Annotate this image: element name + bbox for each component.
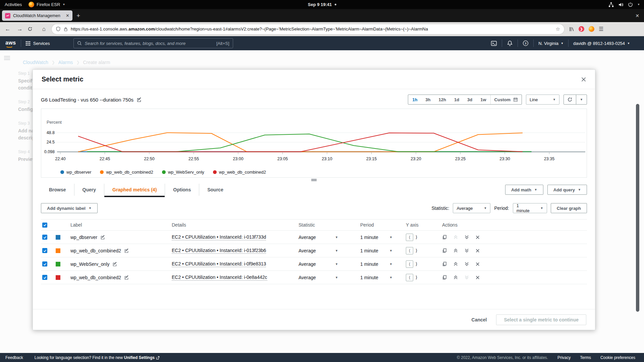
window-close-icon[interactable]: ✕ bbox=[635, 13, 639, 18]
row-period-select[interactable]: 1 minute▼ bbox=[360, 261, 392, 267]
row-checkbox[interactable] bbox=[42, 261, 47, 266]
resize-handle-icon[interactable] bbox=[311, 179, 317, 181]
account-menu[interactable]: davidh @ 8912-1493-0254 ▼ bbox=[573, 41, 630, 46]
range-3h[interactable]: 3h bbox=[421, 97, 434, 102]
home-button[interactable]: ⌂ bbox=[40, 26, 48, 33]
edit-icon[interactable] bbox=[137, 97, 142, 102]
privacy-link[interactable]: Privacy bbox=[557, 355, 571, 360]
row-statistic-select[interactable]: Average▼ bbox=[299, 235, 338, 240]
legend-item[interactable]: wp_web_db_combined2 bbox=[100, 170, 153, 175]
row-period-select[interactable]: 1 minute▼ bbox=[360, 275, 392, 280]
tab-graphed-metrics[interactable]: Graphed metrics (4) bbox=[104, 184, 165, 196]
range-1w[interactable]: 1w bbox=[476, 97, 490, 102]
add-dynamic-label-button[interactable]: Add dynamic label▼ bbox=[41, 203, 98, 213]
add-query-button[interactable]: Add query▼ bbox=[547, 185, 587, 195]
menu-icon[interactable]: ☰ bbox=[599, 26, 603, 32]
row-statistic-select[interactable]: Average▼ bbox=[299, 261, 338, 267]
duplicate-icon[interactable] bbox=[442, 235, 447, 240]
activities-button[interactable]: Activities bbox=[5, 2, 22, 7]
move-up-icon[interactable] bbox=[453, 261, 458, 266]
yaxis-right-button[interactable]: ⟩ bbox=[416, 261, 417, 266]
duplicate-icon[interactable] bbox=[442, 248, 447, 253]
yaxis-left-button[interactable]: ⟨ bbox=[406, 234, 413, 241]
add-math-button[interactable]: Add math▼ bbox=[505, 185, 543, 195]
chart-canvas[interactable]: 48.824.50.098Percent22:4022:4522:5022:55… bbox=[41, 109, 587, 165]
move-down-icon[interactable] bbox=[464, 248, 469, 253]
remove-icon[interactable] bbox=[475, 262, 480, 266]
range-custom[interactable]: Custom bbox=[490, 95, 522, 104]
move-up-icon[interactable] bbox=[453, 275, 458, 280]
remove-icon[interactable] bbox=[475, 275, 480, 280]
remove-icon[interactable] bbox=[475, 235, 480, 240]
tab-source[interactable]: Source bbox=[199, 184, 231, 196]
row-statistic-select[interactable]: Average▼ bbox=[299, 248, 338, 253]
metric-details-link[interactable]: EC2 • CPUUtilization • InstanceId: i-013… bbox=[172, 234, 266, 240]
scrollbar-thumb[interactable] bbox=[636, 104, 639, 312]
aws-logo[interactable]: aws bbox=[5, 40, 16, 47]
system-tray[interactable]: ▼ bbox=[608, 2, 644, 7]
help-icon[interactable]: ? bbox=[523, 40, 529, 46]
back-button[interactable]: ← bbox=[3, 26, 12, 33]
metric-details-link[interactable]: EC2 • CPUUtilization • InstanceId: i-0e8… bbox=[172, 275, 267, 281]
yaxis-right-button[interactable]: ⟩ bbox=[416, 248, 417, 253]
account-icon[interactable] bbox=[589, 26, 594, 32]
new-tab-button[interactable]: + bbox=[76, 12, 80, 19]
bookmark-star-icon[interactable]: ☆ bbox=[556, 26, 560, 32]
forward-button[interactable]: → bbox=[15, 26, 24, 33]
legend-item[interactable]: wp_WebServ_only bbox=[162, 170, 204, 175]
region-selector[interactable]: N. Virginia ▼ bbox=[538, 41, 564, 46]
refresh-options-button[interactable]: ▼ bbox=[576, 95, 587, 104]
aws-search-input[interactable]: Search for services, features, blogs, do… bbox=[73, 38, 233, 48]
url-bar[interactable]: https://us-east-1.console.aws.amazon.com… bbox=[52, 24, 564, 34]
metric-details-link[interactable]: EC2 • CPUUtilization • InstanceId: i-013… bbox=[172, 248, 266, 254]
edit-icon[interactable] bbox=[124, 275, 129, 280]
url-text[interactable]: https://us-east-1.console.aws.amazon.com… bbox=[71, 26, 428, 32]
remove-icon[interactable] bbox=[475, 248, 480, 253]
legend-item[interactable]: wp_dbserver bbox=[60, 170, 91, 175]
services-menu[interactable]: Services bbox=[26, 41, 50, 46]
statistic-select[interactable]: Average▼ bbox=[453, 203, 490, 213]
period-select[interactable]: 1 minute▼ bbox=[513, 203, 547, 213]
terms-link[interactable]: Terms bbox=[580, 355, 591, 360]
refresh-button[interactable] bbox=[564, 95, 576, 104]
browser-tab[interactable]: CloudWatch Managemen ✕ bbox=[2, 10, 72, 21]
row-checkbox[interactable] bbox=[42, 235, 47, 240]
select-all-checkbox[interactable] bbox=[42, 223, 47, 228]
shield-icon[interactable] bbox=[56, 26, 61, 32]
notifications-bell-icon[interactable] bbox=[507, 40, 513, 46]
range-1h[interactable]: 1h bbox=[408, 97, 421, 102]
row-checkbox[interactable] bbox=[42, 275, 47, 280]
yaxis-left-button[interactable]: ⟨ bbox=[406, 274, 413, 281]
reload-button[interactable] bbox=[28, 26, 36, 32]
metric-details-link[interactable]: EC2 • CPUUtilization • InstanceId: i-0f9… bbox=[172, 261, 266, 267]
edit-icon[interactable] bbox=[100, 235, 105, 240]
tab-query[interactable]: Query bbox=[74, 184, 104, 196]
yaxis-left-button[interactable]: ⟨ bbox=[406, 260, 413, 268]
duplicate-icon[interactable] bbox=[442, 275, 447, 280]
tab-browse[interactable]: Browse bbox=[41, 184, 74, 196]
row-checkbox[interactable] bbox=[42, 248, 47, 253]
pocket-icon[interactable]: ❯ bbox=[579, 26, 584, 32]
close-icon[interactable] bbox=[581, 77, 586, 82]
edit-icon[interactable] bbox=[112, 262, 117, 266]
library-icon[interactable] bbox=[569, 26, 574, 32]
yaxis-left-button[interactable]: ⟨ bbox=[406, 247, 413, 254]
cloudshell-icon[interactable] bbox=[491, 40, 497, 47]
tab-options[interactable]: Options bbox=[165, 184, 199, 196]
yaxis-right-button[interactable]: ⟩ bbox=[416, 275, 417, 280]
move-down-icon[interactable] bbox=[464, 235, 469, 240]
row-period-select[interactable]: 1 minute▼ bbox=[360, 235, 392, 240]
range-12h[interactable]: 12h bbox=[435, 97, 450, 102]
legend-item[interactable]: wp_web_db_combined2 bbox=[213, 170, 266, 175]
move-up-icon[interactable] bbox=[453, 248, 458, 253]
range-3d[interactable]: 3d bbox=[463, 97, 476, 102]
feedback-link[interactable]: Feedback bbox=[5, 355, 23, 360]
cancel-button[interactable]: Cancel bbox=[472, 317, 487, 322]
lock-icon[interactable] bbox=[63, 27, 68, 32]
row-period-select[interactable]: 1 minute▼ bbox=[360, 248, 392, 253]
move-down-icon[interactable] bbox=[464, 261, 469, 266]
graph-type-select[interactable]: Line▼ bbox=[526, 95, 559, 105]
edit-icon[interactable] bbox=[124, 248, 129, 253]
range-1d[interactable]: 1d bbox=[450, 97, 463, 102]
clock[interactable]: Sep 9 19:41 bbox=[308, 2, 336, 7]
